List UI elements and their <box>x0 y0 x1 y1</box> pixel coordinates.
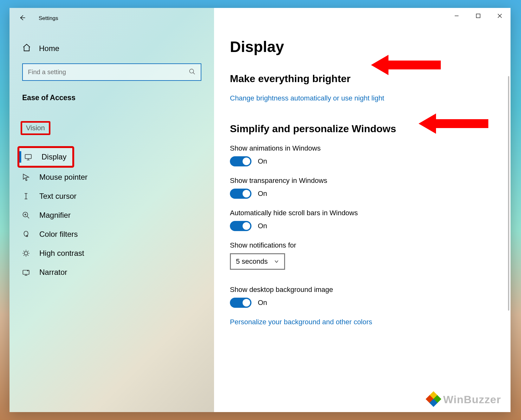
svg-rect-7 <box>476 14 480 18</box>
sidebar-item-text-cursor[interactable]: Text cursor <box>10 187 214 206</box>
svg-rect-1 <box>25 154 31 158</box>
sidebar-item-label: High contrast <box>39 249 84 258</box>
settings-window: Settings Home Ease of Access Vision Disp… <box>10 8 511 412</box>
scrollbar-thumb[interactable] <box>508 76 509 311</box>
back-arrow-icon[interactable] <box>19 14 26 23</box>
svg-marker-8 <box>371 55 441 75</box>
toggle-state: On <box>258 190 267 198</box>
sidebar-home[interactable]: Home <box>10 26 214 63</box>
sidebar-item-narrator[interactable]: Narrator <box>10 263 214 282</box>
svg-point-0 <box>190 69 194 73</box>
window-controls <box>446 8 511 24</box>
search-icon <box>186 68 196 76</box>
highlight-box-display: Display <box>17 146 74 168</box>
sidebar-item-label: Color filters <box>39 230 78 239</box>
toggle-animations[interactable] <box>230 156 251 166</box>
minimize-button[interactable] <box>446 8 467 24</box>
section-brighter-heading: Make everything brighter <box>230 73 495 85</box>
toggle-state: On <box>258 299 267 307</box>
link-brightness[interactable]: Change brightness automatically or use n… <box>230 94 495 102</box>
combo-value: 5 seconds <box>236 257 268 266</box>
setting-desktop-bg: Show desktop background image On <box>230 286 495 308</box>
nav-list: Display Mouse pointer Text cursor Magnif… <box>10 146 214 282</box>
mouse-pointer-icon <box>22 173 30 182</box>
setting-label: Show transparency in Windows <box>230 177 495 185</box>
home-icon <box>22 43 31 54</box>
titlebar-left: Settings <box>10 8 214 26</box>
setting-hide-scrollbars: Automatically hide scroll bars in Window… <box>230 209 495 231</box>
link-personalize-colors[interactable]: Personalize your background and other co… <box>230 318 495 326</box>
watermark: WinBuzzer <box>427 392 501 406</box>
watermark-text: WinBuzzer <box>443 393 501 406</box>
sidebar-item-magnifier[interactable]: Magnifier <box>10 206 214 225</box>
color-filters-icon <box>22 230 30 239</box>
toggle-state: On <box>258 157 267 165</box>
close-button[interactable] <box>489 8 511 24</box>
window-title: Settings <box>39 15 58 22</box>
notifications-combo[interactable]: 5 seconds <box>230 253 285 270</box>
setting-animations: Show animations in Windows On <box>230 144 495 166</box>
setting-label: Show notifications for <box>230 241 495 249</box>
text-cursor-icon <box>22 192 30 201</box>
sidebar: Settings Home Ease of Access Vision Disp… <box>10 8 214 412</box>
watermark-logo-icon <box>427 392 441 406</box>
sidebar-item-label: Text cursor <box>39 192 76 201</box>
sidebar-category-vision: Vision <box>21 121 50 135</box>
sidebar-item-label: Narrator <box>39 268 67 277</box>
setting-notifications: Show notifications for 5 seconds <box>230 241 495 270</box>
home-label: Home <box>39 44 59 53</box>
setting-label: Show animations in Windows <box>230 144 495 152</box>
sidebar-item-label: Mouse pointer <box>39 173 88 182</box>
magnifier-icon <box>22 211 30 220</box>
svg-point-6 <box>27 270 28 271</box>
toggle-state: On <box>258 222 267 230</box>
sidebar-item-label: Display <box>42 152 67 161</box>
content-pane: Display Make everything brighter Change … <box>214 8 511 412</box>
section-simplify-heading: Simplify and personalize Windows <box>230 123 495 135</box>
sidebar-group-title: Ease of Access <box>10 94 214 121</box>
sidebar-item-color-filters[interactable]: Color filters <box>10 225 214 244</box>
setting-label: Automatically hide scroll bars in Window… <box>230 209 495 217</box>
setting-transparency: Show transparency in Windows On <box>230 177 495 199</box>
sidebar-item-mouse-pointer[interactable]: Mouse pointer <box>10 168 214 187</box>
svg-point-4 <box>24 252 28 255</box>
sidebar-item-high-contrast[interactable]: High contrast <box>10 244 214 263</box>
high-contrast-icon <box>22 249 30 258</box>
search-input[interactable] <box>28 68 186 76</box>
narrator-icon <box>22 268 30 277</box>
search-field[interactable] <box>22 63 201 81</box>
toggle-hide-scrollbars[interactable] <box>230 221 251 231</box>
toggle-desktop-bg[interactable] <box>230 298 251 308</box>
page-title: Display <box>230 38 495 55</box>
setting-label: Show desktop background image <box>230 286 495 294</box>
maximize-button[interactable] <box>467 8 489 24</box>
sidebar-item-display[interactable]: Display <box>19 148 72 166</box>
toggle-transparency[interactable] <box>230 189 251 199</box>
chevron-down-icon <box>274 259 279 264</box>
sidebar-item-label: Magnifier <box>39 211 71 220</box>
display-icon <box>24 152 33 161</box>
